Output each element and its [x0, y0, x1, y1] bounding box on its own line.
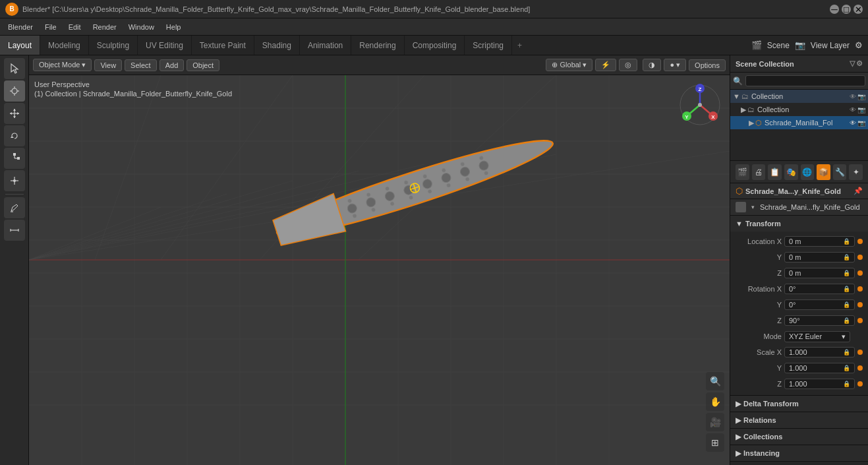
snapping-btn[interactable]: ⚡	[595, 59, 616, 71]
scene-props-btn[interactable]: 🎭	[784, 164, 798, 180]
add-workspace-button[interactable]: +	[512, 36, 527, 55]
scale-y-value[interactable]: 1.000 🔒	[784, 363, 855, 373]
options-btn[interactable]: Options	[689, 59, 726, 71]
transform-section-header[interactable]: ▼ Transform	[730, 216, 868, 232]
camera-view-btn[interactable]: 🎥	[706, 413, 724, 431]
outliner-sub-visibility-icon[interactable]: 👁	[850, 106, 856, 113]
rotation-x-lock-icon[interactable]: 🔒	[843, 286, 850, 292]
outliner-scene-collection[interactable]: ▼ 🗂 Collection 👁 📷	[730, 90, 868, 103]
scale-y-keyframe[interactable]	[857, 365, 863, 371]
render-settings-icon[interactable]: ⚙	[855, 40, 863, 50]
location-y-keyframe[interactable]	[857, 255, 863, 260]
prop-mesh-dropdown-icon[interactable]: ▾	[751, 204, 755, 210]
menu-help[interactable]: Help	[161, 22, 187, 32]
close-button[interactable]: ✕	[854, 5, 863, 14]
delta-transform-header[interactable]: ▶ Delta Transform	[730, 396, 868, 412]
scale-y-lock-icon[interactable]: 🔒	[843, 365, 850, 371]
prop-pin-icon[interactable]: 📌	[854, 187, 863, 195]
transform-space-btn[interactable]: ⊕ Global ▾	[546, 59, 593, 71]
scale-tool-btn[interactable]	[4, 148, 25, 169]
output-props-btn[interactable]: 🖨	[752, 164, 766, 180]
menu-edit[interactable]: Edit	[63, 22, 86, 32]
outliner-search[interactable]: 🔍	[730, 73, 868, 90]
location-y-value[interactable]: 0 m 🔒	[784, 252, 855, 263]
tab-shading[interactable]: Shading	[254, 36, 300, 55]
collections-header[interactable]: ▶ Collections	[730, 429, 868, 445]
relations-header[interactable]: ▶ Relations	[730, 412, 868, 428]
location-x-value[interactable]: 0 m 🔒	[784, 236, 855, 247]
rotation-z-keyframe[interactable]	[857, 318, 863, 323]
viewport-shading-btn[interactable]: ● ▾	[664, 59, 686, 71]
tab-sculpting[interactable]: Sculpting	[89, 36, 138, 55]
particles-props-btn[interactable]: ✦	[849, 164, 863, 180]
proportional-btn[interactable]: ◎	[619, 59, 637, 71]
location-z-keyframe[interactable]	[857, 270, 863, 276]
outliner-object-item[interactable]: ▶ ⬡ Schrade_Manilla_Fol 👁 📷	[730, 116, 868, 129]
scale-x-lock-icon[interactable]: 🔒	[843, 349, 850, 356]
location-z-value[interactable]: 0 m 🔒	[784, 268, 855, 278]
minimize-button[interactable]: ─	[830, 5, 839, 14]
toggle-quad-view-btn[interactable]: ⊞	[706, 433, 724, 452]
tab-modeling[interactable]: Modeling	[40, 36, 89, 55]
modifier-props-btn[interactable]: 🔧	[833, 164, 847, 180]
render-props-btn[interactable]: 🎬	[736, 164, 749, 180]
scale-x-value[interactable]: 1.000 🔒	[784, 347, 855, 357]
rotate-tool-btn[interactable]	[4, 125, 25, 146]
scale-z-value[interactable]: 1.000 🔒	[784, 379, 855, 389]
tab-animation[interactable]: Animation	[300, 36, 351, 55]
location-z-lock-icon[interactable]: 🔒	[843, 270, 850, 276]
outliner-visibility-icon[interactable]: 👁	[850, 93, 856, 100]
viewport[interactable]: Object Mode ▾ View Select Add Object ⊕ G…	[29, 55, 730, 465]
view-menu-btn[interactable]: View	[94, 59, 122, 71]
menu-window[interactable]: Window	[123, 22, 159, 32]
select-tool-btn[interactable]	[4, 58, 25, 79]
rotation-z-lock-icon[interactable]: 🔒	[843, 317, 850, 324]
instancing-header[interactable]: ▶ Instancing	[730, 445, 868, 461]
world-props-btn[interactable]: 🌐	[801, 164, 815, 180]
outliner-sub-collection[interactable]: ▶ 🗂 Collection 👁 📷	[730, 103, 868, 116]
rotation-x-value[interactable]: 0° 🔒	[784, 284, 855, 294]
transform-tool-btn[interactable]	[4, 170, 25, 191]
object-mode-btn[interactable]: Object Mode ▾	[33, 59, 92, 71]
tab-uv-editing[interactable]: UV Editing	[138, 36, 192, 55]
location-y-lock-icon[interactable]: 🔒	[843, 254, 850, 261]
outliner-settings-icon[interactable]: ⚙	[856, 59, 863, 68]
outliner-obj-render-icon[interactable]: 📷	[857, 119, 865, 127]
cursor-tool-btn[interactable]	[4, 80, 25, 102]
menu-render[interactable]: Render	[88, 22, 122, 32]
rotation-z-value[interactable]: 90° 🔒	[784, 315, 855, 326]
object-menu-btn[interactable]: Object	[187, 59, 219, 71]
rotation-x-keyframe[interactable]	[857, 286, 863, 292]
rotation-y-value[interactable]: 0° 🔒	[784, 299, 855, 310]
outliner-render-icon[interactable]: 📷	[857, 93, 865, 100]
rotation-mode-dropdown[interactable]: XYZ Euler ▾	[784, 331, 850, 342]
tab-rendering[interactable]: Rendering	[351, 36, 404, 55]
tab-layout[interactable]: Layout	[0, 36, 40, 55]
measure-tool-btn[interactable]	[4, 220, 25, 241]
menu-file[interactable]: File	[40, 22, 62, 32]
scale-z-lock-icon[interactable]: 🔒	[843, 381, 850, 387]
titlebar-controls[interactable]: ─ □ ✕	[830, 5, 863, 14]
pan-view-btn[interactable]: ✋	[706, 392, 724, 411]
outliner-sub-render-icon[interactable]: 📷	[857, 106, 865, 113]
viewport-controls[interactable]: 🔍 ✋ 🎥 ⊞	[706, 372, 724, 452]
view-layer-props-btn[interactable]: 📋	[768, 164, 782, 180]
move-tool-btn[interactable]	[4, 103, 25, 124]
annotate-tool-btn[interactable]	[4, 197, 25, 218]
add-menu-btn[interactable]: Add	[159, 59, 185, 71]
object-props-btn[interactable]: 📦	[817, 164, 830, 180]
select-menu-btn[interactable]: Select	[125, 59, 157, 71]
menu-blender[interactable]: Blender	[3, 22, 38, 32]
scale-z-keyframe[interactable]	[857, 381, 863, 387]
location-x-lock-icon[interactable]: 🔒	[843, 238, 850, 245]
outliner-filter-icon[interactable]: ▽	[850, 59, 855, 68]
location-x-keyframe[interactable]	[857, 239, 863, 244]
outliner-obj-visibility-icon[interactable]: 👁	[850, 119, 856, 127]
viewport-canvas[interactable]: User Perspective (1) Collection | Schrad…	[29, 75, 730, 465]
tab-compositing[interactable]: Compositing	[405, 36, 465, 55]
rotation-y-keyframe[interactable]	[857, 302, 863, 307]
maximize-button[interactable]: □	[842, 5, 851, 14]
tab-scripting[interactable]: Scripting	[465, 36, 512, 55]
outliner-search-input[interactable]	[745, 75, 865, 86]
mode-keyframe[interactable]	[853, 334, 858, 339]
